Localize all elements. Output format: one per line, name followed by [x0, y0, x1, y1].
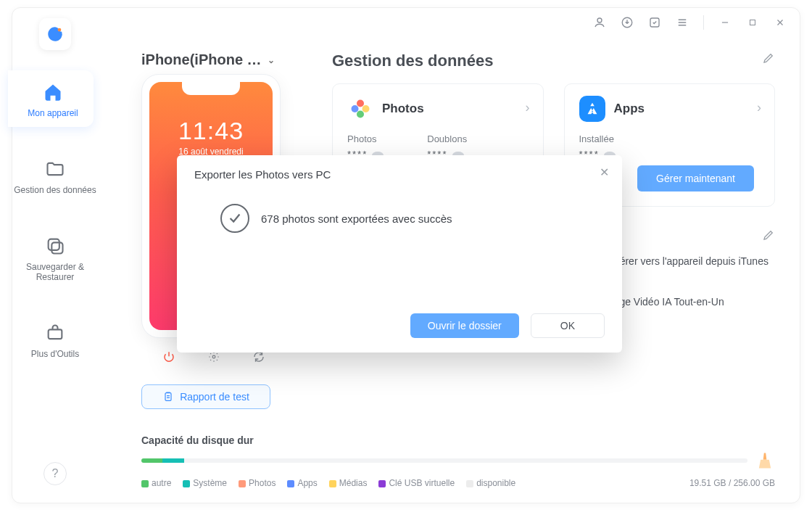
apps-icon: [579, 96, 605, 122]
ok-button[interactable]: OK: [531, 313, 605, 338]
chevron-down-icon: ⌄: [268, 55, 275, 65]
edit-data-section-icon[interactable]: [762, 52, 775, 67]
legend-item: autre: [141, 478, 171, 488]
test-report-button[interactable]: Rapport de test: [141, 384, 270, 409]
capacity-bar: [141, 458, 747, 463]
folder-icon: [42, 156, 68, 182]
home-icon: [40, 79, 66, 105]
legend-item: Apps: [287, 478, 317, 488]
svg-point-11: [357, 100, 364, 107]
capacity-usage-text: 19.51 GB / 256.00 GB: [689, 478, 775, 488]
section-title: Gestion des données: [332, 52, 775, 70]
svg-rect-7: [49, 329, 62, 339]
power-icon[interactable]: [162, 350, 176, 364]
svg-point-8: [212, 355, 215, 358]
photos-icon: [347, 96, 373, 122]
export-photos-modal: Exporter les Photos vers PC ✕ 678 photos…: [177, 155, 622, 353]
nav-label: Sauvegarder & Restaurer: [26, 262, 84, 282]
svg-point-14: [352, 105, 359, 112]
modal-message: 678 photos sont exportées avec succès: [261, 213, 452, 225]
nav-data-management[interactable]: Gestion des données: [12, 147, 98, 204]
legend-item: Clé USB virtuelle: [378, 478, 455, 488]
nav-my-device[interactable]: Mon appareil: [8, 70, 94, 127]
report-label: Rapport de test: [180, 391, 249, 403]
manage-now-button[interactable]: Gérer maintenant: [637, 165, 754, 191]
stat-label: Photos: [347, 133, 384, 144]
nav-backup-restore[interactable]: Sauvegarder & Restaurer: [12, 224, 98, 291]
svg-rect-9: [165, 393, 171, 401]
legend-item: Photos: [239, 478, 276, 488]
edit-shortcuts-icon[interactable]: [762, 228, 775, 244]
nav-label: Gestion des données: [14, 185, 96, 195]
app-logo: [39, 18, 71, 50]
capacity-title: Capacité du disque dur: [141, 434, 775, 446]
device-time: 11:43: [149, 117, 273, 145]
card-title: Apps: [614, 102, 645, 116]
svg-rect-5: [49, 239, 59, 250]
nav-more-tools[interactable]: Plus d'Outils: [12, 311, 98, 368]
chevron-right-icon: ›: [526, 100, 530, 115]
clipboard-icon: [162, 391, 174, 403]
success-check-icon: [220, 204, 249, 233]
modal-close-icon[interactable]: ✕: [600, 165, 609, 179]
nav-label: Mon appareil: [28, 108, 78, 118]
backup-icon: [42, 233, 68, 259]
cleanup-icon[interactable]: [755, 450, 775, 471]
open-folder-button[interactable]: Ouvrir le dossier: [410, 313, 519, 338]
chevron-right-icon: ›: [757, 100, 761, 115]
svg-point-12: [362, 105, 370, 112]
legend-item: Médias: [329, 478, 368, 488]
svg-point-4: [58, 28, 62, 32]
device-name: iPhone(iPhone …: [141, 52, 262, 68]
legend-item: disponible: [466, 478, 515, 488]
svg-point-13: [357, 111, 364, 118]
modal-title: Exporter les Photos vers PC: [194, 168, 605, 181]
device-selector[interactable]: iPhone(iPhone … ⌄: [141, 52, 286, 68]
help-button[interactable]: ?: [44, 462, 67, 485]
capacity-legend: autreSystèmePhotosAppsMédiasClé USB virt…: [141, 478, 775, 488]
toolbox-icon: [42, 320, 68, 346]
legend-item: Système: [183, 478, 227, 488]
card-title: Photos: [382, 102, 424, 116]
nav-label: Plus d'Outils: [31, 349, 79, 359]
stat-label: Doublons: [427, 133, 467, 144]
stat-label: Installée: [579, 133, 616, 144]
svg-rect-6: [51, 242, 62, 253]
